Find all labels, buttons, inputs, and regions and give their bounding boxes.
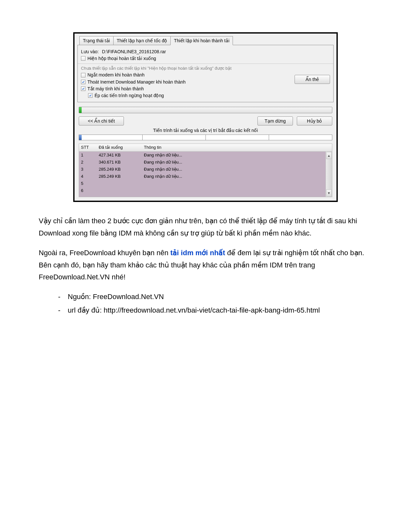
checkbox-exit-idm-label: Thoát Inernet Download Manager khi hoàn … (87, 79, 185, 85)
table-row: 5 (79, 180, 326, 187)
tab-status[interactable]: Trạng thái tải (79, 36, 114, 45)
checkbox-shutdown[interactable] (81, 86, 85, 91)
tab-strip: Trạng thái tải Thiết lập hạn chế tốc độ … (79, 36, 334, 45)
checkbox-disconnect-modem-label: Ngắt modem khi hoàn thành (87, 72, 145, 78)
hide-details-button[interactable]: << Ẩn chi tiết (79, 116, 124, 125)
checkbox-disconnect-modem[interactable] (81, 73, 85, 77)
cancel-button[interactable]: Hủy bỏ (297, 116, 332, 125)
table-row: 1 427.341 KB Đang nhận dữ liệu... (79, 152, 326, 159)
paragraph: Ngoài ra, FreeDownload khuyên bạn nên tả… (39, 247, 372, 283)
download-idm-link[interactable]: tải idm mới nhất (170, 249, 225, 257)
tab-speed-limit[interactable]: Thiết lập hạn chế tốc độ (113, 36, 171, 45)
col-info[interactable]: Thông tin (144, 145, 330, 150)
checkbox-show-complete-dialog-label: Hiện hộp thoại hoàn tất tải xuống (87, 55, 156, 61)
checkbox-shutdown-label: Tắt máy tính khi hoàn thành (87, 86, 144, 92)
paragraph: Vậy chỉ cần làm theo 2 bước cực đơn giản… (39, 215, 372, 239)
save-to-path: D:\FIFAONLINE3_20161208.rar (102, 49, 166, 55)
checkbox-force-processes-label: Ép các tiến trình ngừng hoạt động (95, 93, 164, 98)
table-scrollbar[interactable]: ▲ ▼ (326, 152, 332, 197)
scroll-up-icon[interactable]: ▲ (326, 152, 332, 159)
download-progress-bar (79, 107, 332, 113)
tab-panel-on-complete: Lưu vào: D:\FIFAONLINE3_20161208.rar Hiệ… (77, 45, 334, 102)
checkbox-exit-idm[interactable] (81, 80, 85, 84)
tab-on-complete[interactable]: Thiết lập khi hoàn thành tải (170, 36, 233, 45)
list-item: url đầy đủ: http://freedownload.net.vn/b… (58, 304, 372, 316)
table-body: 1 427.341 KB Đang nhận dữ liệu... 2 340.… (79, 152, 326, 197)
preset-note: Chưa thiết lập sẵn các thiết lập khi "Hi… (81, 66, 232, 71)
col-downloaded[interactable]: Đã tải xuống (99, 145, 144, 150)
connections-table: STT Đã tải xuống Thông tin 1 427.341 KB … (79, 144, 332, 197)
checkbox-force-processes[interactable] (88, 93, 93, 98)
col-stt[interactable]: STT (81, 145, 99, 150)
save-to-label: Lưu vào: (81, 49, 99, 55)
segment-caption: Tiến trình tải xuống và các vị trí bắt đ… (77, 127, 334, 133)
hide-tab-button[interactable]: Ẩn thẻ (295, 75, 330, 84)
table-row: 6 (79, 187, 326, 194)
scroll-down-icon[interactable]: ▼ (326, 189, 332, 196)
segment-bar (79, 135, 332, 140)
checkbox-show-complete-dialog[interactable] (81, 56, 85, 61)
table-row: 2 340.671 KB Đang nhận dữ liệu... (79, 159, 326, 166)
table-row: 4 285.249 KB Đang nhận dữ liệu... (79, 173, 326, 180)
article-body: Vậy chỉ cần làm theo 2 bước cực đơn giản… (39, 215, 372, 316)
pause-button[interactable]: Tạm dừng (257, 116, 293, 125)
list-item: Nguồn: FreeDownload.Net.VN (58, 291, 372, 303)
table-row: 3 285.249 KB Đang nhận dữ liệu... (79, 166, 326, 173)
idm-dialog: Trạng thái tải Thiết lập hạn chế tốc độ … (73, 32, 338, 202)
download-progress-fill (79, 107, 82, 113)
source-list: Nguồn: FreeDownload.Net.VN url đầy đủ: h… (39, 291, 372, 316)
